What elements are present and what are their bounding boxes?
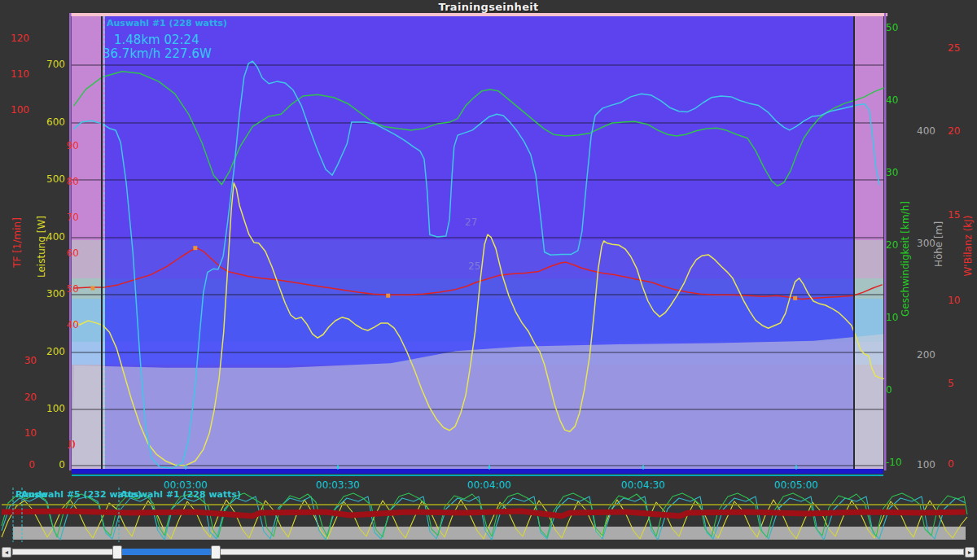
right_gray-tick-label: 400	[917, 126, 935, 136]
left_red-tick-label: 40	[38, 320, 79, 330]
right_green-tick-label: 30	[886, 168, 898, 177]
left_red-tick-label: 10	[0, 428, 37, 438]
chart-top-border	[69, 13, 887, 16]
right_green-tick-label: 50	[886, 23, 898, 33]
right_gray-tick-label: 200	[917, 350, 935, 360]
scrollbar-right-button[interactable]: ▸	[965, 547, 975, 558]
ghost-number-label: 25	[468, 260, 480, 272]
scrollbar-thumb-right[interactable]	[211, 545, 221, 559]
right_green-tick-label: 10	[886, 313, 898, 322]
left_yellow-tick-label: 500	[24, 174, 65, 184]
left_red-tick-label: 30	[0, 356, 37, 365]
right_red-tick-label: 0	[948, 459, 954, 469]
x-axis-band	[72, 469, 883, 474]
clipped-axis-label: J)	[68, 439, 76, 449]
left_red-tick-label: 100	[0, 105, 29, 115]
x-axis-tick-label: 00:04:00	[457, 479, 522, 491]
x-axis-tick	[795, 466, 797, 470]
left_red-tick-label: 20	[0, 392, 37, 402]
x-axis-tick-label: 00:04:30	[611, 479, 676, 491]
x-axis-tick-label: 00:03:00	[153, 479, 218, 491]
right_green-tick-label: 40	[886, 95, 898, 105]
right_green-tick-label: -10	[886, 457, 902, 467]
x-axis-tick	[488, 466, 490, 470]
left_yellow-axis-title: Leistung [W]	[36, 216, 47, 278]
x-axis-tick	[337, 466, 339, 470]
scrollbar-thumb-left[interactable]	[112, 545, 122, 559]
right_gray-axis-title: Höhe [m]	[933, 221, 944, 267]
right_red-tick-label: 20	[948, 126, 960, 136]
left_yellow-tick-label: 100	[24, 404, 65, 413]
left_red-tick-label: 110	[0, 69, 29, 79]
left_yellow-tick-label: 200	[24, 347, 65, 357]
x-axis-tick-label: 00:05:00	[764, 479, 829, 491]
left_yellow-tick-label: 0	[24, 460, 65, 470]
left_yellow-tick-label: 600	[24, 117, 65, 127]
x-axis-tick	[642, 466, 644, 470]
x-axis-tick-label: 00:03:30	[305, 479, 370, 491]
right_green-axis-title: Geschwindigkeit [km/h]	[900, 201, 911, 317]
left_yellow-tick-label: 300	[24, 289, 65, 299]
lap-marker-icon	[90, 287, 94, 291]
scrollbar-selected-range[interactable]	[122, 549, 212, 555]
right_red-tick-label: 5	[948, 378, 954, 388]
selection-title: Auswahl #1 (228 watts)	[107, 18, 227, 28]
right_red-axis-title: W'Bilanz (kJ)	[962, 216, 974, 277]
lap-marker-icon	[793, 296, 797, 300]
left_red-tick-label: 90	[38, 141, 79, 151]
selection-distance-time: 1.48km 02:24	[114, 33, 199, 47]
trainingseinheit-window: Trainingseinheit Auswahl #1 (228 watts) …	[0, 0, 977, 560]
right_green-tick-label: 0	[886, 385, 892, 395]
selection-speed-power: 36.7km/h 227.6W	[103, 46, 212, 61]
chart-left-border	[69, 13, 72, 470]
lap-marker-icon	[193, 246, 197, 250]
main-chart-plot[interactable]	[0, 0, 977, 560]
right_red-tick-label: 10	[948, 295, 960, 305]
x-axis-tick	[185, 466, 186, 470]
lap-marker-icon	[386, 294, 390, 298]
x-axis-line	[72, 475, 883, 476]
left_yellow-tick-label: 700	[24, 59, 65, 69]
left_red-tick-label: 120	[0, 33, 29, 43]
right_green-tick-label: 20	[886, 240, 898, 250]
ghost-number-label: 27	[465, 217, 477, 228]
right_red-tick-label: 25	[948, 43, 960, 53]
right_red-tick-label: 15	[948, 210, 960, 220]
left_red-axis-title: TF [1/min]	[11, 217, 23, 268]
right_gray-tick-label: 100	[917, 460, 935, 470]
scrollbar-left-button[interactable]: ◂	[2, 547, 11, 558]
